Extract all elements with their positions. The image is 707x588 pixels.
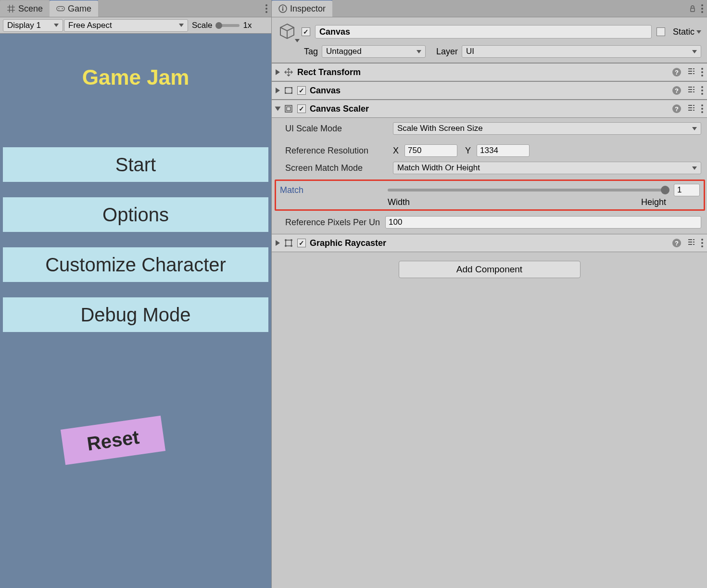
aspect-value: Free Aspect — [68, 21, 112, 30]
match-slider[interactable] — [388, 189, 667, 192]
svg-rect-14 — [286, 240, 291, 246]
svg-rect-10 — [285, 92, 286, 94]
svg-point-18 — [290, 245, 292, 247]
chevron-down-icon — [54, 24, 59, 27]
match-value-field[interactable]: 1 — [674, 184, 700, 196]
info-icon — [278, 4, 287, 13]
canvas-scaler-icon — [284, 104, 293, 114]
customize-button[interactable]: Customize Character — [3, 247, 268, 282]
slider-thumb[interactable] — [215, 22, 222, 29]
svg-point-16 — [290, 239, 292, 241]
start-button[interactable]: Start — [3, 147, 268, 182]
canvas-header[interactable]: Canvas ? — [272, 81, 707, 100]
chevron-down-icon — [295, 39, 300, 42]
chevron-down-icon — [692, 50, 697, 53]
refres-x-field[interactable]: 750 — [404, 144, 457, 157]
add-component-button[interactable]: Add Component — [399, 261, 581, 278]
canvas-title: Canvas — [310, 86, 669, 96]
reset-button[interactable]: Reset — [61, 416, 165, 465]
game-view: Game Jam Start Options Customize Charact… — [0, 34, 271, 588]
tab-scene-label: Scene — [18, 4, 43, 14]
canvas-icon — [284, 86, 293, 95]
y-label: Y — [465, 146, 471, 156]
tab-scene[interactable]: Scene — [0, 0, 50, 17]
gamepad-icon — [56, 4, 65, 13]
svg-rect-6 — [691, 8, 694, 12]
preset-icon[interactable] — [687, 67, 695, 77]
static-label[interactable]: Static — [673, 27, 701, 37]
help-icon[interactable]: ? — [672, 104, 681, 113]
scale-mode-label: UI Scale Mode — [285, 124, 389, 134]
svg-rect-8 — [285, 87, 286, 89]
component-menu[interactable] — [701, 104, 703, 113]
layer-dropdown[interactable]: UI — [462, 45, 701, 58]
match-label: Match — [280, 185, 384, 195]
gameobject-header: Canvas Static Tag Untagged Layer UI — [272, 17, 707, 63]
gameobject-name-field[interactable]: Canvas — [315, 25, 652, 38]
layer-value: UI — [466, 47, 474, 56]
slider-thumb[interactable] — [661, 186, 669, 194]
preset-icon[interactable] — [687, 103, 695, 114]
refres-y-field[interactable]: 1334 — [477, 144, 530, 157]
scaler-enabled-checkbox[interactable] — [297, 104, 306, 113]
svg-point-4 — [282, 6, 284, 8]
raycaster-icon — [284, 238, 293, 248]
raycaster-enabled-checkbox[interactable] — [297, 239, 306, 247]
help-icon[interactable]: ? — [672, 239, 681, 247]
raycaster-header[interactable]: Graphic Raycaster ? — [272, 234, 707, 252]
chevron-down-icon — [696, 30, 701, 34]
menu-buttons: Start Options Customize Character Debug … — [3, 147, 268, 332]
svg-rect-9 — [291, 87, 292, 89]
scene-icon — [7, 4, 15, 13]
scale-slider[interactable] — [216, 24, 240, 27]
game-title: Game Jam — [0, 65, 271, 89]
tab-inspector[interactable]: Inspector — [272, 0, 332, 17]
tab-game-label: Game — [68, 4, 91, 14]
foldout-icon — [276, 240, 280, 246]
component-menu[interactable] — [701, 239, 703, 247]
tab-game[interactable]: Game — [50, 0, 98, 17]
svg-point-17 — [285, 245, 287, 247]
right-tab-menu[interactable] — [701, 4, 703, 13]
ppu-label: Reference Pixels Per Un — [285, 217, 381, 228]
height-axis-label: Height — [641, 197, 666, 207]
layer-label: Layer — [436, 47, 458, 57]
aspect-dropdown[interactable]: Free Aspect — [64, 19, 188, 32]
left-tab-menu[interactable] — [265, 0, 267, 17]
component-menu[interactable] — [701, 86, 703, 95]
preset-icon[interactable] — [687, 85, 695, 96]
scale-mode-dropdown[interactable]: Scale With Screen Size — [393, 122, 701, 135]
help-icon[interactable]: ? — [672, 68, 681, 77]
matchmode-label: Screen Match Mode — [285, 163, 389, 173]
rect-transform-header[interactable]: Rect Transform ? — [272, 63, 707, 81]
refres-label: Reference Resolution — [285, 146, 389, 156]
debug-button[interactable]: Debug Mode — [3, 297, 268, 332]
matchmode-dropdown[interactable]: Match Width Or Height — [393, 162, 701, 174]
display-value: Display 1 — [7, 21, 41, 30]
tag-dropdown[interactable]: Untagged — [322, 45, 426, 58]
chevron-down-icon — [179, 24, 184, 27]
display-dropdown[interactable]: Display 1 — [3, 19, 63, 32]
options-button[interactable]: Options — [3, 197, 268, 232]
chevron-down-icon — [692, 127, 697, 130]
canvas-scaler-header[interactable]: Canvas Scaler ? — [272, 100, 707, 118]
tag-label: Tag — [304, 47, 318, 57]
svg-rect-12 — [285, 105, 292, 112]
scale-control: Scale 1x — [192, 21, 252, 30]
ppu-field[interactable]: 100 — [385, 216, 701, 229]
component-menu[interactable] — [701, 68, 703, 77]
scale-value: 1x — [243, 21, 252, 30]
canvas-scaler-body: UI Scale Mode Scale With Screen Size Ref… — [272, 118, 707, 234]
inspector-panel: Inspector Canvas Static Tag Untagged Lay… — [272, 0, 707, 588]
static-checkbox[interactable] — [656, 27, 665, 36]
svg-rect-5 — [282, 8, 283, 11]
help-icon[interactable]: ? — [672, 86, 681, 95]
active-checkbox[interactable] — [302, 27, 310, 36]
width-axis-label: Width — [388, 197, 410, 207]
scale-label: Scale — [192, 21, 213, 30]
preset-icon[interactable] — [687, 238, 695, 248]
gameobject-icon[interactable] — [278, 22, 297, 41]
lock-icon[interactable] — [689, 5, 696, 13]
chevron-down-icon — [692, 166, 697, 170]
canvas-enabled-checkbox[interactable] — [297, 86, 306, 95]
